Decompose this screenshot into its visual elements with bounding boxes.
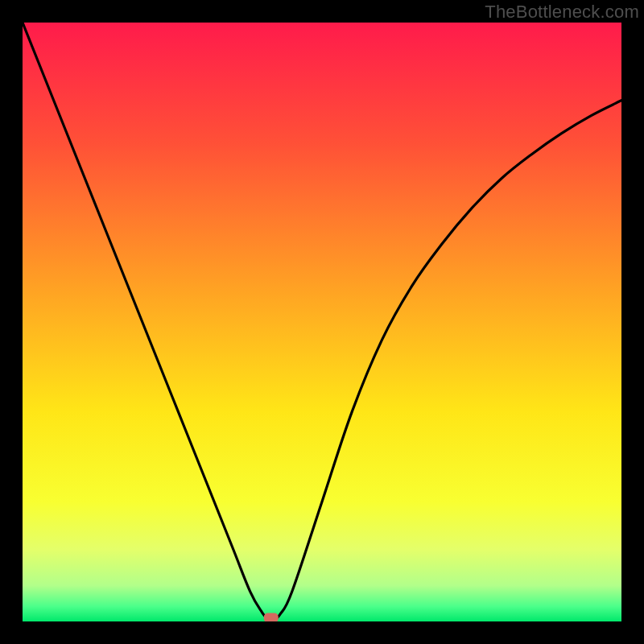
marker-point xyxy=(264,613,279,621)
chart-background xyxy=(23,23,621,621)
watermark-text: TheBottleneck.com xyxy=(485,2,639,23)
chart-svg xyxy=(23,23,621,621)
chart-frame xyxy=(23,23,621,621)
